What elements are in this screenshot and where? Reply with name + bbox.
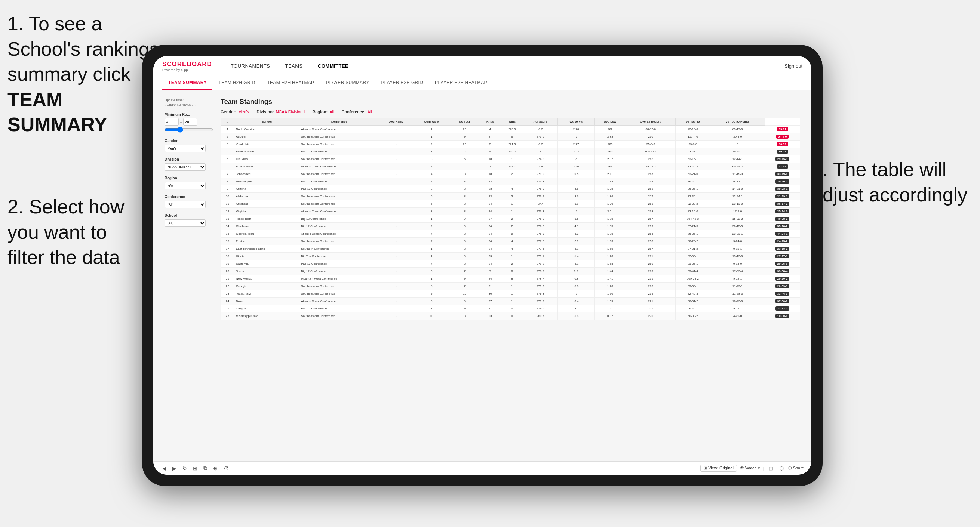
school-filter: School (All) — [164, 213, 213, 227]
col-avg-low[interactable]: Avg Low — [595, 118, 626, 125]
table-row: 3VanderbiltSoutheastern Conference-22352… — [221, 141, 800, 148]
min-rounds-slider[interactable] — [164, 127, 213, 132]
table-row: 16FloridaSoutheastern Conference-7924427… — [221, 238, 800, 245]
instruction-3: 3. The table will adjust accordingly — [812, 157, 969, 208]
table-row: 14OklahomaBig 12 Conference-29242276.5-4… — [221, 223, 800, 230]
table-row: 25OregonPac-12 Conference-39210279.5-3.1… — [221, 305, 800, 313]
col-conference[interactable]: Conference — [299, 118, 379, 125]
table-row: 1North CarolinaAtlantic Coast Conference… — [221, 125, 800, 133]
col-no-tour[interactable]: No Tour — [450, 118, 479, 125]
table-row: 7TennesseeSoutheastern Conference-481822… — [221, 170, 800, 178]
table-row: 26Mississippi StateSoutheastern Conferen… — [221, 313, 800, 320]
gender-filter: Gender Men's Women's — [164, 139, 213, 152]
view-original-button[interactable]: ⊞ View: Original — [700, 465, 737, 472]
table-row: 12VirginiaAtlantic Coast Conference-3824… — [221, 208, 800, 215]
col-vs-top-50[interactable]: Vs Top 50 Points — [710, 118, 765, 125]
tab-team-summary[interactable]: TEAM SUMMARY — [162, 76, 212, 90]
table-row: 4Arizona StatePac-12 Conference-1264274.… — [221, 148, 800, 156]
school-select[interactable]: (All) — [164, 219, 206, 227]
tab-player-h2h-grid[interactable]: PLAYER H2H GRID — [375, 76, 429, 90]
col-vs-top-25[interactable]: Vs Top 25 — [676, 118, 710, 125]
min-rounds-min-input[interactable] — [164, 118, 179, 125]
toolbar-icon2[interactable]: ⬡ — [778, 465, 785, 472]
min-rounds-max-input[interactable] — [183, 118, 197, 125]
table-row: 9ArizonaPac-12 Conference-28234276.9-4.6… — [221, 186, 800, 193]
division-filter-display: Division: NCAA Division I — [256, 110, 305, 114]
gender-filter-display: Gender: Men's — [221, 110, 249, 114]
tab-player-summary[interactable]: PLAYER SUMMARY — [320, 76, 375, 90]
tab-player-h2h-heatmap[interactable]: PLAYER H2H HEATMAP — [429, 76, 493, 90]
table-row: 5Ole MissSoutheastern Conference-3618127… — [221, 156, 800, 163]
table-row: 18IllinoisBig Ten Conference-19231279.1-… — [221, 252, 800, 260]
col-school[interactable]: School — [234, 118, 299, 125]
table-row: 15Georgia TechAtlantic Coast Conference-… — [221, 230, 800, 238]
logo-text: SCOREBOARD — [162, 60, 212, 68]
conference-select[interactable]: (All) — [164, 201, 206, 208]
table-area: Team Standings Gender: Men's Division: N… — [221, 98, 800, 454]
minimum-rounds-filter: Minimum Ro... – — [164, 113, 213, 133]
region-select[interactable]: N/A All — [164, 182, 206, 189]
col-avg-to-par[interactable]: Avg to Par — [558, 118, 595, 125]
toolbar-home[interactable]: ⊞ — [191, 465, 199, 472]
table-header-row: # School Conference Avg Rank Conf Rank N… — [221, 118, 800, 125]
tablet-frame: SCOREBOARD Powered by clippi TOURNAMENTS… — [142, 45, 822, 486]
toolbar-refresh[interactable]: ↻ — [181, 465, 188, 472]
table-row: 17East Tennessee StateSouthern Conferenc… — [221, 245, 800, 252]
table-row: 10AlabamaSoutheastern Conference-5823327… — [221, 193, 800, 200]
instruction-1: 1. To see a School's rankings summary cl… — [8, 11, 164, 138]
table-row: 13Texas TechBig 12 Conference-19272276.9… — [221, 215, 800, 223]
col-conf-rank[interactable]: Conf Rank — [413, 118, 450, 125]
table-row: 24DukeAtlantic Coast Conference-59271279… — [221, 297, 800, 305]
table-row: 19CaliforniaPac-12 Conference-48242278.2… — [221, 260, 800, 268]
col-overall-record[interactable]: Overall Record — [626, 118, 675, 125]
main-content: Update time: 27/03/2024 16:56:26 Minimum… — [153, 90, 811, 461]
toolbar-copy[interactable]: ⧉ — [202, 464, 208, 472]
table-row: 20TexasBig 12 Conference-3770278.70.71.4… — [221, 268, 800, 275]
conference-filter: Conference (All) — [164, 195, 213, 208]
nav-tournaments[interactable]: TOURNAMENTS — [231, 63, 270, 69]
nav-committee[interactable]: COMMITTEE — [318, 63, 349, 69]
share-button[interactable]: ⬡ Share — [788, 466, 804, 471]
instruction-2: 2. Select how you want to filter the dat… — [8, 194, 124, 270]
conference-filter-display: Conference: All — [341, 110, 372, 114]
col-rnds[interactable]: Rnds — [479, 118, 501, 125]
region-filter-display: Region: All — [312, 110, 334, 114]
region-filter: Region N/A All — [164, 176, 213, 189]
table-row: 11ArkansasSoutheastern Conference-682412… — [221, 200, 800, 208]
tab-team-h2h-heatmap[interactable]: TEAM H2H HEATMAP — [261, 76, 320, 90]
watch-button[interactable]: 👁 Watch ▾ — [740, 466, 760, 471]
bottom-toolbar: ◀ ▶ ↻ ⊞ ⧉ ⊕ ⏱ ⊞ View: Original 👁 Watch ▾… — [153, 461, 811, 475]
toolbar-clock[interactable]: ⏱ — [222, 465, 230, 472]
table-title: Team Standings — [221, 98, 800, 106]
logo-area: SCOREBOARD Powered by clippi — [162, 60, 212, 72]
table-row: 8WashingtonPac-12 Conference-28231276.3-… — [221, 178, 800, 186]
gender-select[interactable]: Men's Women's — [164, 144, 206, 152]
division-filter: Division NCAA Division I NCAA Division I… — [164, 157, 213, 171]
col-wins[interactable]: Wins — [501, 118, 523, 125]
filters-panel: Update time: 27/03/2024 16:56:26 Minimum… — [164, 98, 213, 454]
table-row: 21New MexicoMountain West Conference-192… — [221, 275, 800, 283]
toolbar-back[interactable]: ◀ — [161, 465, 168, 472]
table-row: 22GeorgiaSoutheastern Conference-8721127… — [221, 283, 800, 290]
division-select[interactable]: NCAA Division I NCAA Division II NCAA Di… — [164, 163, 206, 171]
table-filters-row: Gender: Men's Division: NCAA Division I … — [221, 110, 800, 114]
col-avg-rank[interactable]: Avg Rank — [379, 118, 413, 125]
tablet-screen: SCOREBOARD Powered by clippi TOURNAMENTS… — [153, 56, 811, 475]
sub-nav: TEAM SUMMARY TEAM H2H GRID TEAM H2H HEAT… — [153, 76, 811, 90]
col-adj-score[interactable]: Adj Score — [523, 118, 558, 125]
toolbar-add[interactable]: ⊕ — [212, 465, 219, 472]
nav-teams[interactable]: TEAMS — [285, 63, 302, 69]
toolbar-forward[interactable]: ▶ — [171, 465, 178, 472]
col-rank[interactable]: # — [221, 118, 234, 125]
toolbar-icon1[interactable]: ⊡ — [767, 465, 775, 472]
standings-table: # School Conference Avg Rank Conf Rank N… — [221, 118, 800, 320]
table-row: 6Florida StateAtlantic Coast Conference-… — [221, 163, 800, 170]
table-row: 2AuburnSoutheastern Conference-19276273.… — [221, 133, 800, 141]
logo-sub: Powered by clippi — [162, 68, 212, 72]
tab-team-h2h-grid[interactable]: TEAM H2H GRID — [212, 76, 261, 90]
table-row: 23Texas A&MSoutheastern Conference-91030… — [221, 290, 800, 297]
nav-bar: SCOREBOARD Powered by clippi TOURNAMENTS… — [153, 56, 811, 76]
sign-out-link[interactable]: Sign out — [784, 63, 802, 69]
update-time: Update time: 27/03/2024 16:56:26 — [164, 98, 213, 107]
